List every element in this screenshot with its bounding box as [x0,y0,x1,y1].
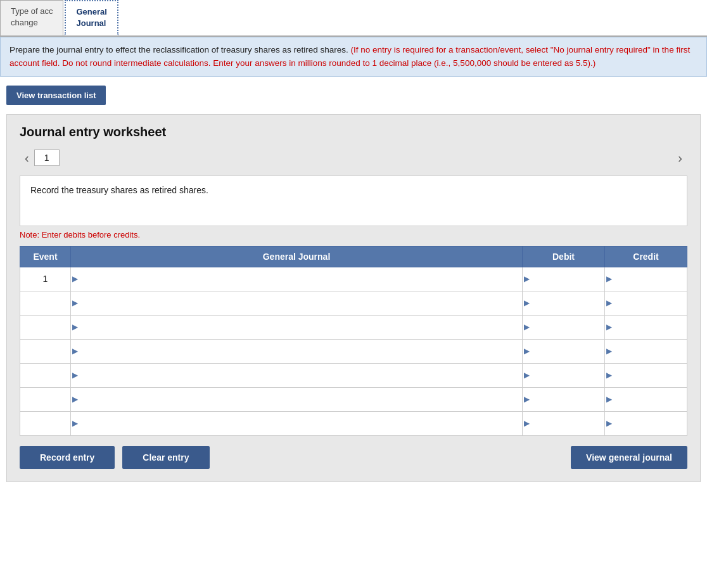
debit-input-cell[interactable]: ▶ [523,339,605,363]
credit-input-cell[interactable]: ▶ [605,291,687,315]
journal-table: Event General Journal Debit Credit 1▶▶▶▶… [20,246,687,436]
credit-input[interactable] [605,388,687,411]
credit-input[interactable] [605,267,687,291]
col-header-credit: Credit [605,246,687,267]
credit-input-cell[interactable]: ▶ [605,267,687,291]
journal-input[interactable] [71,291,522,315]
debit-input-cell[interactable]: ▶ [523,411,605,435]
table-row: ▶▶▶ [20,387,687,411]
debit-input[interactable] [523,412,604,435]
event-cell [20,339,71,363]
view-general-journal-button[interactable]: View general journal [571,446,687,469]
event-cell [20,387,71,411]
note-text: Note: Enter debits before credits. [20,230,687,240]
credit-input[interactable] [605,291,687,315]
debit-input[interactable] [523,316,604,339]
event-cell: 1 [20,267,71,291]
credit-input-cell[interactable]: ▶ [605,363,687,387]
journal-input[interactable] [71,340,522,363]
debit-input[interactable] [523,340,604,363]
journal-input[interactable] [71,388,522,411]
debit-input-cell[interactable]: ▶ [523,387,605,411]
view-transaction-button[interactable]: View transaction list [6,86,106,105]
table-row: 1▶▶▶ [20,267,687,291]
credit-input-cell[interactable]: ▶ [605,411,687,435]
tab-header: Type of accchange GeneralJournal [0,0,707,37]
table-row: ▶▶▶ [20,315,687,339]
event-cell [20,411,71,435]
bottom-buttons: Record entry Clear entry View general jo… [20,446,687,469]
journal-input[interactable] [71,364,522,387]
col-header-event: Event [20,246,71,267]
debit-input[interactable] [523,388,604,411]
chevron-left-icon[interactable]: ‹ [20,148,34,168]
debit-input-cell[interactable]: ▶ [523,267,605,291]
instruction-main-text: Prepare the journal entry to effect the … [10,45,348,54]
credit-input[interactable] [605,364,687,387]
journal-input-cell[interactable]: ▶ [71,363,523,387]
page-navigation: ‹ 1 › [20,148,687,168]
debit-input[interactable] [523,291,604,315]
journal-input-cell[interactable]: ▶ [71,315,523,339]
credit-input-cell[interactable]: ▶ [605,387,687,411]
description-text: Record the treasury shares as retired sh… [30,185,208,195]
table-row: ▶▶▶ [20,291,687,315]
description-box: Record the treasury shares as retired sh… [20,176,687,226]
journal-input-cell[interactable]: ▶ [71,387,523,411]
table-row: ▶▶▶ [20,411,687,435]
chevron-right-icon[interactable]: › [673,148,687,168]
record-entry-button[interactable]: Record entry [20,446,115,469]
current-page-box: 1 [34,150,60,166]
journal-input[interactable] [71,267,522,291]
event-cell [20,315,71,339]
instruction-box: Prepare the journal entry to effect the … [0,37,707,77]
credit-input[interactable] [605,316,687,339]
table-row: ▶▶▶ [20,363,687,387]
debit-input-cell[interactable]: ▶ [523,315,605,339]
debit-input-cell[interactable]: ▶ [523,363,605,387]
debit-input[interactable] [523,364,604,387]
journal-input[interactable] [71,412,522,435]
journal-input-cell[interactable]: ▶ [71,291,523,315]
event-cell [20,363,71,387]
clear-entry-button[interactable]: Clear entry [122,446,209,469]
credit-input-cell[interactable]: ▶ [605,315,687,339]
worksheet-container: Journal entry worksheet ‹ 1 › Record the… [6,114,701,482]
credit-input-cell[interactable]: ▶ [605,339,687,363]
tab-type-of-acc-change[interactable]: Type of accchange [0,0,63,35]
journal-input[interactable] [71,316,522,339]
journal-input-cell[interactable]: ▶ [71,339,523,363]
event-cell [20,291,71,315]
journal-input-cell[interactable]: ▶ [71,267,523,291]
col-header-debit: Debit [523,246,605,267]
credit-input[interactable] [605,412,687,435]
journal-input-cell[interactable]: ▶ [71,411,523,435]
debit-input-cell[interactable]: ▶ [523,291,605,315]
table-row: ▶▶▶ [20,339,687,363]
debit-input[interactable] [523,267,604,291]
credit-input[interactable] [605,340,687,363]
worksheet-title: Journal entry worksheet [20,125,687,139]
tab-general-journal[interactable]: GeneralJournal [65,0,118,35]
col-header-general-journal: General Journal [71,246,523,267]
